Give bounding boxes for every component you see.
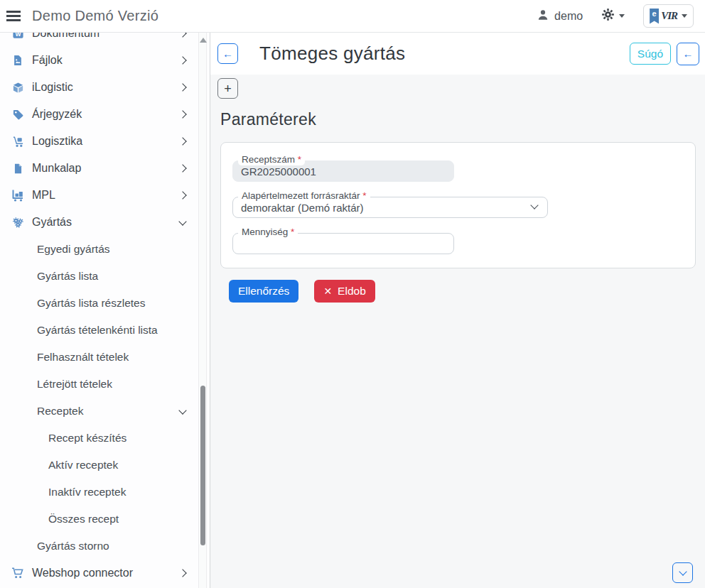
app-title: Demo Demó Verzió (32, 8, 158, 24)
user-menu[interactable]: demo (537, 9, 583, 24)
sidebar-item-gyartas-lista[interactable]: Gyártás lista (0, 263, 197, 290)
required-marker: * (291, 227, 294, 237)
sidebar-scrollbar-thumb[interactable] (200, 386, 205, 545)
scrollbar-up-arrow-icon[interactable] (200, 38, 207, 43)
sidebar-item-label: Logisztika (32, 135, 82, 148)
cart-icon (11, 567, 25, 579)
chevron-right-icon (178, 110, 186, 118)
sidebar-item-label: Gyártás lista részletes (37, 297, 145, 310)
sidebar-item-label: Összes recept (48, 513, 119, 526)
sidebar-item-label: Dokumentum (32, 33, 99, 40)
chevron-down-icon (178, 406, 186, 414)
receptszam-label: Receptszám * (238, 153, 305, 165)
back-button-secondary[interactable]: ← (677, 43, 699, 65)
sidebar-item-egyedi-gyartas[interactable]: Egyedi gyártás (0, 236, 197, 263)
gear-icon (601, 8, 615, 24)
chevron-down-icon (178, 217, 186, 225)
sidebar-item-dokumentum[interactable]: WDokumentum (0, 33, 197, 47)
chevron-right-icon (178, 191, 186, 199)
svg-text:W: W (15, 33, 21, 37)
sidebar-item-label: Gyártás (32, 216, 72, 229)
navbar-right: demo e VIR (537, 4, 705, 28)
button-label: Eldob (338, 285, 366, 298)
chevron-right-icon (178, 83, 186, 91)
sidebar-item-munkalap[interactable]: Munkalap (0, 155, 197, 182)
required-marker: * (362, 190, 366, 201)
hamburger-menu-icon[interactable] (6, 9, 22, 23)
evir-logo-text: VIR (661, 10, 677, 22)
chevron-right-icon (178, 137, 186, 145)
sidebar-item-webshop-connector[interactable]: Webshop connector (0, 560, 197, 587)
action-buttons: Ellenőrzés✕Eldob (229, 280, 375, 303)
sidebar-item-gyartas-tetelenkenti-lista[interactable]: Gyártás tételenkénti lista (0, 317, 197, 344)
sidebar-item-gyartas-storno[interactable]: Gyártás storno (0, 533, 197, 560)
sidebar-item-label: Inaktív receptek (48, 486, 126, 499)
user-name-label: demo (554, 10, 583, 23)
word-file-icon: W (11, 33, 25, 40)
caret-down-icon (619, 14, 625, 18)
required-marker: * (298, 154, 301, 165)
cogs-icon (11, 217, 25, 229)
sidebar-item-mpl[interactable]: MPL (0, 182, 197, 209)
scroll-down-button[interactable] (672, 562, 693, 583)
forrasraktar-label: Alapértelmezett forrásraktár * (238, 190, 370, 202)
sidebar-item-label: Recept készítés (48, 432, 127, 445)
parameters-card: Receptszám *Alapértelmezett forrásraktár… (220, 142, 696, 268)
chevron-down-icon (679, 567, 687, 575)
sidebar-item-label: Aktív receptek (48, 459, 118, 472)
field-mennyiseg: Mennyiség * (232, 233, 454, 254)
sidebar: WDokumentumFájlokiLogisticÁrjegyzékLogis… (0, 33, 210, 588)
help-button[interactable]: Súgó (630, 43, 671, 65)
field-forrasraktar: Alapértelmezett forrásraktár *demoraktar… (232, 197, 548, 218)
sidebar-item-gyartas-lista-reszletes[interactable]: Gyártás lista részletes (0, 290, 197, 317)
sidebar-item-receptek[interactable]: Receptek (0, 398, 197, 425)
sidebar-item-label: Gyártás tételenkénti lista (37, 324, 158, 337)
person-icon (537, 9, 549, 24)
dolly-icon (11, 136, 25, 148)
button-label: Ellenőrzés (238, 285, 289, 298)
page-body: + Paraméterek Receptszám *Alapértelmezet… (210, 75, 705, 588)
sidebar-item-felhasznalt-tetelek[interactable]: Felhasznált tételek (0, 344, 197, 371)
sidebar-item-label: Gyártás storno (37, 540, 109, 552)
mennyiseg-label: Mennyiség * (238, 226, 298, 238)
back-button[interactable]: ← (217, 43, 238, 64)
sidebar-item-label: Létrejött tételek (37, 378, 112, 391)
sidebar-item-inaktiv-receptek[interactable]: Inaktív receptek (0, 479, 197, 506)
eldob-button[interactable]: ✕Eldob (314, 280, 375, 303)
add-button[interactable]: + (217, 78, 238, 99)
sidebar-item-arjegyzek[interactable]: Árjegyzék (0, 101, 197, 128)
caret-down-icon (682, 14, 687, 18)
chevron-right-icon (178, 569, 186, 577)
sidebar-item-aktiv-receptek[interactable]: Aktív receptek (0, 452, 197, 479)
sidebar-item-osszes-recept[interactable]: Összes recept (0, 506, 197, 533)
sidebar-item-label: Receptek (37, 405, 83, 418)
top-navbar: Demo Demó Verzió demo e VIR (0, 0, 705, 33)
sidebar-item-fajlok[interactable]: Fájlok (0, 47, 197, 74)
cube-icon (11, 82, 25, 94)
sidebar-item-label: Felhasznált tételek (37, 351, 129, 364)
section-title: Paraméterek (220, 110, 316, 129)
sidebar-item-letrejott-tetelek[interactable]: Létrejött tételek (0, 371, 197, 398)
field-receptszam: Receptszám * (232, 160, 454, 182)
truck-dolly-icon (11, 189, 25, 202)
tag-icon (11, 109, 25, 121)
settings-menu[interactable] (601, 8, 625, 24)
sidebar-scrollbar-track[interactable] (198, 33, 207, 588)
sidebar-item-gyartas[interactable]: Gyártás (0, 209, 197, 236)
file-image-icon (11, 55, 25, 66)
ellenorzes-button[interactable]: Ellenőrzés (229, 280, 298, 303)
main-content: ← Tömeges gyártás Súgó ← + Paraméterek R… (210, 33, 705, 588)
sidebar-item-logisztika[interactable]: Logisztika (0, 128, 197, 155)
page-header: ← Tömeges gyártás Súgó ← (210, 33, 705, 75)
sidebar-item-label: Gyártás lista (37, 270, 98, 283)
sidebar-item-recept-keszites[interactable]: Recept készítés (0, 425, 197, 452)
sidebar-item-ilogistic[interactable]: iLogistic (0, 74, 197, 101)
sidebar-item-label: MPL (32, 189, 55, 202)
chevron-right-icon (178, 56, 186, 64)
chevron-right-icon (178, 164, 186, 172)
sidebar-menu: WDokumentumFájlokiLogisticÁrjegyzékLogis… (0, 33, 197, 587)
evir-logo-button[interactable]: e VIR (643, 4, 694, 28)
evir-logo-icon: e (650, 9, 659, 24)
x-icon: ✕ (323, 285, 332, 297)
chevron-right-icon (178, 33, 186, 38)
